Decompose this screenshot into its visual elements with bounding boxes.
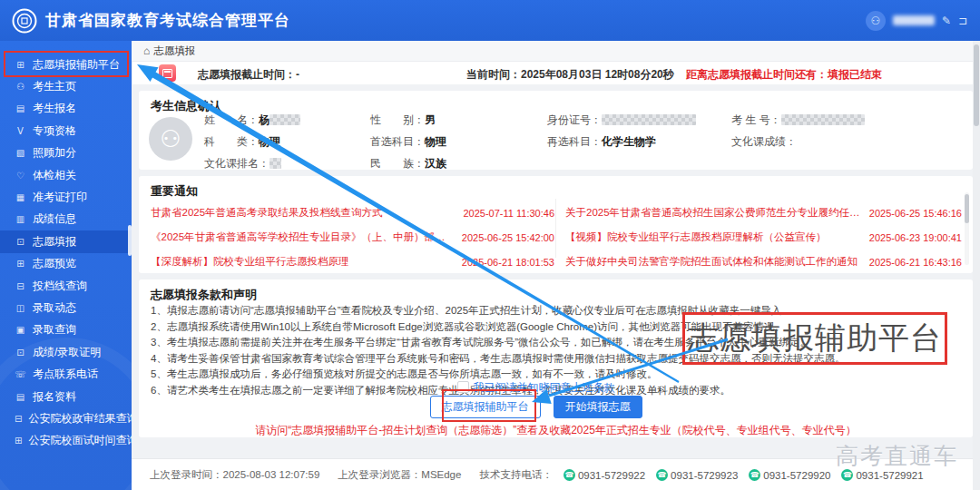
sidebar-item-label: 成绩/录取证明 [33,345,101,360]
current-time-text: 当前时间：2025年08月03日 12时08分20秒 [466,67,674,83]
shield-icon: ⊟ [15,414,22,424]
user-avatar-icon[interactable]: ⚇ [866,11,886,31]
assist-platform-button[interactable]: 志愿填报辅助平台 [430,396,541,418]
notices-scrollbar[interactable] [965,192,969,265]
field-culture-score: 文化课成绩： [731,134,797,150]
notice-link[interactable]: 《2025年甘肃省普通高等学校招生专业目录》（上、中册）部分内容调整说明2025… [151,225,554,250]
sidebar-item-candidate-register[interactable]: ▤考生报名 [0,98,132,120]
heart-icon: ♡ [15,171,26,181]
sidebar-item-label: 专项资格 [33,123,76,139]
sidebar-item-assist-platform[interactable]: ⊞志愿填报辅助平台 [0,54,132,75]
clock-icon: ⊞ [15,436,22,446]
notice-link[interactable]: 【深度解析】院校专业组平行志愿投档原理2025-06-21 18:01:53 [151,250,554,274]
sidebar-item-volunteer-preview[interactable]: ⊞志愿预览 [0,253,132,275]
username-redacted [893,15,935,25]
sidebar-item-label: 录取动态 [33,300,76,316]
search-box-icon: ⊟ [15,281,26,291]
page-title: 甘肃省国家教育考试综合管理平台 [45,10,290,31]
student-avatar-icon: ⚇ [149,117,192,161]
sidebar-item-candidate-home[interactable]: ⚇考生主页 [0,75,132,97]
sidebar-item-file-line-query[interactable]: ⊟投档线查询 [0,275,132,297]
app-window: 甘肃省国家教育考试综合管理平台 ⚇ ✎ ⊐ ⊞志愿填报辅助平台 ⚇考生主页 ▤考… [0,0,980,490]
notice-link[interactable]: 关于做好中央司法警官学院招生面试体检和体能测试工作的通知2025-06-21 1… [565,250,962,274]
terms-item: 3、考生填报志愿前需提前关注并在考生服务平台绑定“甘肃省教育考试院服务号”微信公… [151,335,845,351]
field-culture-rank: 文化课排名： [204,156,281,172]
redacted-value [781,114,865,125]
terms-item: 2、志愿填报系统请使用Win10以上系统自带Microsoft Edge浏览器或… [151,319,845,336]
sidebar-item-score-cert[interactable]: ⊡成绩/录取证明 [0,341,132,363]
support-phone: ☎0931-5729923 [656,469,738,481]
edit-box-icon: ⊡ [15,237,26,247]
sidebar-item-label: 成绩信息 [33,211,76,227]
red-instruction-text: 请访问“志愿填报辅助平台-招生计划查询（志愿筛选）”查看及收藏2025年正式招生… [139,423,973,438]
redacted-value [270,114,300,125]
phone-icon: ☎ [564,469,575,481]
list-icon: ▥ [15,214,26,224]
last-login-time: 上次登录时间：2025-08-03 12:07:59 [150,468,319,482]
notice-link[interactable]: 关于2025年甘肃省普通高校招生国家公费师范生分专业履约任教范围分配的公告202… [565,201,962,225]
form-icon: ▤ [15,103,26,113]
sidebar-item-label: 志愿填报 [33,234,76,250]
notice-link[interactable]: 【视频】院校专业组平行志愿投档原理解析（公益宣传）2025-06-23 19:0… [565,225,962,250]
printer-icon: ▦ [15,192,26,202]
sidebar-item-score-info[interactable]: ▥成绩信息 [0,209,132,230]
sidebar-item-label: 志愿预览 [33,256,76,271]
sidebar-item-label: 考生主页 [33,79,76,94]
sidebar-item-ticket-print[interactable]: ▦准考证打印 [0,186,132,208]
doc-icon: ▣ [15,325,26,335]
badge-icon: ▧ [15,148,26,158]
support-phone: ☎0931-5729920 [749,469,830,481]
sidebar-item-register-material[interactable]: ▤报名资料 [0,386,132,407]
terms-card: 志愿填报条款和声明 1、填报志愿前请访问“志愿填报辅助平台”查看院校及专业介绍、… [139,279,973,437]
redacted-value [270,158,281,169]
grid-icon: ⊞ [15,60,26,70]
sidebar-item-police-review-result[interactable]: ⊟公安院校政审结果查询 [0,407,132,429]
field-name: 姓 名：杨 [204,113,300,128]
field-nation: 民 族：汉族 [370,156,446,172]
sidebar-item-label: 体检相关 [33,168,76,183]
top-header: 甘肃省国家教育考试综合管理平台 ⚇ ✎ ⊐ [0,0,980,41]
sidebar-item-physical-exam[interactable]: ♡体检相关 [0,164,132,186]
agree-row: 我已阅读并知晓同意上述条款 [119,378,953,396]
agree-checkbox[interactable] [457,381,469,393]
sidebar-item-label: 准考证打印 [33,190,87,205]
sidebar-item-label: 考点联系电话 [33,367,98,382]
field-gender: 性 别：男 [370,113,436,128]
agree-link[interactable]: 我已阅读并知晓同意上述条款 [474,381,615,394]
terms-item: 4、请考生妥善保管甘肃省国家教育考试综合管理平台系统账号和密码，考生志愿填报时需… [151,351,845,368]
sidebar-item-admission-dynamics[interactable]: ◫录取动态 [0,297,132,318]
sidebar-item-admission-query[interactable]: ▣录取查询 [0,319,132,341]
sidebar-nav: ⊞志愿填报辅助平台 ⚇考生主页 ▤考生报名 Ⅴ专项资格 ▧照顾加分 ♡体检相关 … [0,41,132,490]
sidebar-item-special-qualification[interactable]: Ⅴ专项资格 [0,120,132,142]
student-info-card: 考生信息确认 ⚇ 姓 名：杨 性 别：男 身份证号： 考 生 号： 科 类：物理… [139,91,973,170]
action-buttons: 志愿填报辅助平台开始填报志愿 [119,396,953,418]
sidebar-item-label: 考生报名 [33,101,76,116]
phone-icon: ☎ [749,469,760,481]
person-icon: ⚇ [15,82,26,92]
sidebar-item-care-bonus[interactable]: ▧照顾加分 [0,142,132,164]
logout-icon[interactable]: ⊐ [958,15,967,27]
sidebar-scrollbar-thumb[interactable] [128,225,132,256]
redacted-value [602,114,696,125]
breadcrumb-label: 志愿填报 [153,44,195,58]
deadline-bar: 志愿填报截止时间：- 当前时间：2025年08月03日 12时08分20秒 距离… [132,62,973,84]
sidebar-item-label: 照顾加分 [33,145,76,161]
page-scrollbar[interactable] [973,41,980,490]
sidebar-item-police-interview-time[interactable]: ⊞公安院校面试时间查询 [0,430,132,452]
sidebar-item-volunteer-fill[interactable]: ⊡志愿填报 [0,230,132,252]
start-fill-button[interactable]: 开始填报志愿 [554,396,642,418]
phone-icon: ☏ [15,369,26,379]
preview-icon: ⊞ [15,259,26,269]
home-icon: ⌂ [143,44,150,57]
sidebar-item-label: 志愿填报辅助平台 [33,57,120,73]
sidebar-item-label: 录取查询 [33,322,76,338]
notice-link[interactable]: 甘肃省2025年普通高考录取结果及投档线查询方式2025-07-11 11:30… [151,201,554,225]
column-divider [555,199,556,258]
calendar-alert-icon [159,64,176,82]
header-user-area: ⚇ ✎ ⊐ [866,0,967,41]
field-idcard: 身份证号： [547,113,696,128]
notices-section-title: 重要通知 [151,183,198,200]
sidebar-item-exam-site-phone[interactable]: ☏考点联系电话 [0,363,132,385]
edit-profile-icon[interactable]: ✎ [942,15,951,27]
terms-section-title: 志愿填报条款和声明 [151,287,257,303]
